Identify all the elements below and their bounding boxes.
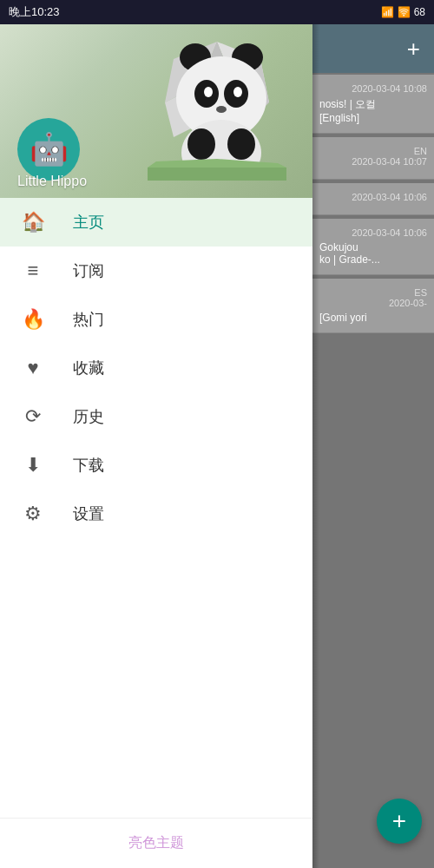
drawer-header: 🤖 Little Hippo xyxy=(0,24,312,198)
nav-icon-download: ⬇ xyxy=(21,453,45,477)
nav-item-history[interactable]: ⟳历史 xyxy=(0,392,312,441)
svg-marker-18 xyxy=(148,159,286,168)
content-item-lang: ES xyxy=(319,287,427,298)
content-header: + xyxy=(312,24,434,73)
add-button[interactable]: + xyxy=(407,36,420,62)
content-item-date: 2020-03- xyxy=(319,298,427,308)
avatar-icon: 🤖 xyxy=(30,131,69,168)
nav-icon-history: ⟳ xyxy=(21,404,45,429)
content-item[interactable]: EN2020-03-04 10:07 xyxy=(312,137,434,180)
nav-icon-favorite: ♥ xyxy=(21,356,45,380)
nav-icon-home: 🏠 xyxy=(21,210,45,234)
nav-label-subscribe: 订阅 xyxy=(73,260,104,281)
content-item[interactable]: 2020-03-04 10:06 xyxy=(312,183,434,215)
nav-label-settings: 设置 xyxy=(73,503,104,524)
drawer-shadow xyxy=(312,24,319,868)
nav-label-home: 主页 xyxy=(73,212,104,233)
status-time: 晚上10:23 xyxy=(9,4,60,20)
avatar: 🤖 xyxy=(17,118,80,181)
svg-point-11 xyxy=(204,87,213,97)
svg-marker-17 xyxy=(148,168,286,181)
nav-item-home[interactable]: 🏠主页 xyxy=(0,198,312,247)
nav-label-hot: 热门 xyxy=(73,309,104,330)
fab-icon: + xyxy=(392,807,406,835)
signal-icon: 📶 xyxy=(381,6,394,18)
content-item-text: nosis! | 오컬 [English] xyxy=(319,97,427,124)
nav-label-download: 下载 xyxy=(73,455,104,476)
wifi-icon: 🛜 xyxy=(398,6,411,18)
svg-point-16 xyxy=(227,128,255,160)
content-area: + 2020-03-04 10:08nosis! | 오컬 [English]E… xyxy=(312,24,434,868)
nav-label-history: 历史 xyxy=(73,406,104,427)
navigation-drawer: 🤖 Little Hippo 🏠主页≡订阅🔥热门♥收藏⟳历史⬇下载⚙设置 亮色主… xyxy=(0,24,312,868)
fab-button[interactable]: + xyxy=(377,799,422,844)
svg-point-13 xyxy=(216,106,227,113)
nav-list: 🏠主页≡订阅🔥热门♥收藏⟳历史⬇下载⚙设置 xyxy=(0,198,312,818)
content-item[interactable]: 2020-03-04 10:08nosis! | 오컬 [English] xyxy=(312,75,434,134)
status-bar: 晚上10:23 📶 🛜 68 xyxy=(0,0,434,24)
content-list: 2020-03-04 10:08nosis! | 오컬 [English]EN2… xyxy=(312,73,434,335)
content-item-date: 2020-03-04 10:06 xyxy=(319,192,427,202)
content-item[interactable]: ES2020-03-[Gomi yori xyxy=(312,279,434,333)
theme-toggle-button[interactable]: 亮色主题 xyxy=(128,835,184,850)
username-label: Little Hippo xyxy=(17,174,87,189)
nav-item-subscribe[interactable]: ≡订阅 xyxy=(0,247,312,295)
status-icons: 📶 🛜 68 xyxy=(381,6,425,18)
content-item-date: 2020-03-04 10:06 xyxy=(319,227,427,238)
content-item[interactable]: 2020-03-04 10:06Gokujou ko | Grade-... xyxy=(312,219,434,275)
nav-icon-settings: ⚙ xyxy=(21,502,45,526)
nav-item-settings[interactable]: ⚙设置 xyxy=(0,490,312,538)
nav-icon-subscribe: ≡ xyxy=(21,259,45,283)
content-item-text: [Gomi yori xyxy=(319,312,427,324)
content-item-lang: EN xyxy=(319,146,427,156)
nav-icon-hot: 🔥 xyxy=(21,307,45,332)
theme-toggle-container: 亮色主题 xyxy=(0,818,312,868)
battery-icon: 68 xyxy=(414,6,425,18)
svg-point-15 xyxy=(187,128,215,160)
panda-illustration xyxy=(148,33,286,181)
content-item-text: Gokujou ko | Grade-... xyxy=(319,241,427,266)
nav-item-favorite[interactable]: ♥收藏 xyxy=(0,344,312,392)
nav-item-hot[interactable]: 🔥热门 xyxy=(0,295,312,344)
content-item-date: 2020-03-04 10:07 xyxy=(319,156,427,167)
nav-item-download[interactable]: ⬇下载 xyxy=(0,441,312,490)
svg-point-12 xyxy=(233,87,242,97)
nav-label-favorite: 收藏 xyxy=(73,358,104,378)
content-item-date: 2020-03-04 10:08 xyxy=(319,83,427,94)
